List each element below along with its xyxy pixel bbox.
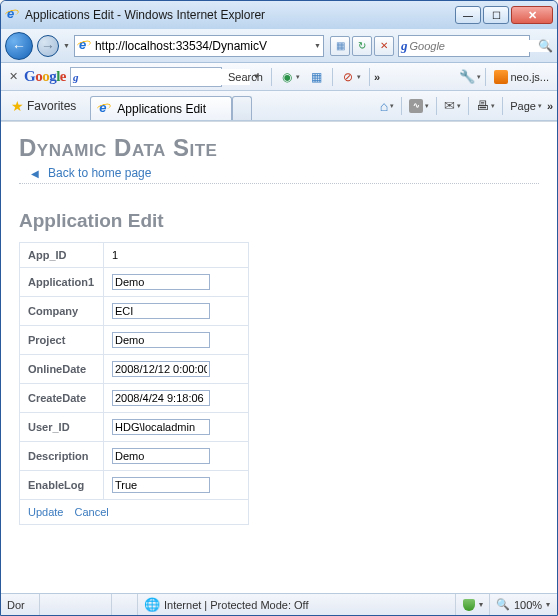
- google-search-field[interactable]: g ▼: [70, 67, 222, 87]
- field-input[interactable]: [112, 448, 210, 464]
- field-label: Description: [20, 442, 104, 471]
- form-row: User_ID: [20, 413, 249, 442]
- ie-icon: e: [77, 38, 93, 54]
- address-bar[interactable]: e ▼: [74, 35, 324, 57]
- print-icon: 🖶: [476, 98, 489, 113]
- stop-button[interactable]: ✕: [374, 36, 394, 56]
- neo-icon: [494, 70, 508, 84]
- form-row: App_ID1: [20, 243, 249, 268]
- neo-button[interactable]: neo.js...: [490, 67, 553, 87]
- toolbar-btn-3[interactable]: ⊘▾: [337, 67, 365, 87]
- home-button[interactable]: ⌂▾: [377, 95, 397, 117]
- form-row: OnlineDate: [20, 355, 249, 384]
- address-input[interactable]: [93, 37, 314, 55]
- zoom-control[interactable]: 🔍 100% ▾: [489, 594, 557, 615]
- update-link[interactable]: Update: [28, 506, 63, 518]
- google-logo[interactable]: Google: [24, 68, 66, 85]
- new-tab-button[interactable]: [232, 96, 252, 120]
- field-cell: [104, 384, 249, 413]
- status-shield[interactable]: ▾: [455, 594, 489, 615]
- google-toolbar: ✕ Google g ▼ Search ◉▾ ▦ ⊘▾ » 🔧▾ neo.js.…: [1, 63, 557, 91]
- compat-button[interactable]: ▦: [330, 36, 350, 56]
- feeds-button[interactable]: ∿▾: [406, 95, 432, 117]
- field-label: Application1: [20, 268, 104, 297]
- search-button[interactable]: Search: [224, 67, 267, 87]
- titlebar: e Applications Edit - Windows Internet E…: [1, 1, 557, 29]
- form-row: CreateDate: [20, 384, 249, 413]
- field-input[interactable]: [112, 332, 210, 348]
- refresh-button[interactable]: ↻: [352, 36, 372, 56]
- field-cell: [104, 471, 249, 500]
- form-row: Company: [20, 297, 249, 326]
- breadcrumb-arrow-icon: ◀: [31, 168, 39, 179]
- settings-icon[interactable]: 🔧: [459, 69, 475, 84]
- status-bar: Dor 🌐 Internet | Protected Mode: Off ▾ 🔍…: [1, 593, 557, 615]
- home-icon: ⌂: [380, 98, 388, 114]
- toolbar-btn-2[interactable]: ▦: [306, 67, 328, 87]
- field-label: User_ID: [20, 413, 104, 442]
- cmdbar-overflow[interactable]: »: [547, 100, 553, 112]
- ie-icon: e: [5, 7, 21, 23]
- field-label: Company: [20, 297, 104, 326]
- status-pane-2: [111, 594, 137, 615]
- mail-button[interactable]: ✉▾: [441, 95, 464, 117]
- field-cell: 1: [104, 243, 249, 268]
- tab-active[interactable]: e Applications Edit: [90, 96, 232, 120]
- form-row: Application1: [20, 268, 249, 297]
- field-label: OnlineDate: [20, 355, 104, 384]
- rss-icon: ∿: [409, 99, 423, 113]
- status-zone[interactable]: 🌐 Internet | Protected Mode: Off: [137, 594, 455, 615]
- field-cell: [104, 326, 249, 355]
- breadcrumb-home-link[interactable]: Back to home page: [48, 166, 151, 180]
- page-heading: Application Edit: [19, 210, 539, 232]
- field-label: App_ID: [20, 243, 104, 268]
- google-icon: g: [71, 71, 81, 83]
- field-input[interactable]: [112, 419, 210, 435]
- search-box[interactable]: g: [398, 35, 530, 57]
- toolbar-close-icon[interactable]: ✕: [5, 70, 22, 83]
- close-button[interactable]: ✕: [511, 6, 553, 24]
- print-button[interactable]: 🖶▾: [473, 95, 498, 117]
- search-button[interactable]: 🔍: [538, 39, 553, 53]
- field-cell: [104, 297, 249, 326]
- field-label: CreateDate: [20, 384, 104, 413]
- search-input[interactable]: [410, 40, 549, 52]
- form-row: Description: [20, 442, 249, 471]
- field-input[interactable]: [112, 274, 210, 290]
- toolbar-overflow[interactable]: »: [374, 71, 380, 83]
- form-row: EnableLog: [20, 471, 249, 500]
- ie-icon: e: [97, 101, 113, 117]
- favorites-button[interactable]: ★ Favorites: [5, 96, 82, 116]
- window-title: Applications Edit - Windows Internet Exp…: [25, 8, 455, 22]
- field-cell: [104, 413, 249, 442]
- address-dropdown[interactable]: ▼: [314, 42, 321, 49]
- form-row: Project: [20, 326, 249, 355]
- page-menu[interactable]: Page▾: [507, 95, 545, 117]
- edit-form-table: App_ID1Application1CompanyProjectOnlineD…: [19, 242, 249, 525]
- command-bar: ★ Favorites e Applications Edit ⌂▾ ∿▾ ✉▾…: [1, 91, 557, 121]
- protected-mode-label: Internet | Protected Mode: Off: [164, 599, 309, 611]
- field-label: EnableLog: [20, 471, 104, 500]
- zoom-value: 100%: [514, 599, 542, 611]
- field-input[interactable]: [112, 477, 210, 493]
- field-input[interactable]: [112, 303, 210, 319]
- nav-history-dropdown[interactable]: ▼: [63, 42, 70, 49]
- field-cell: [104, 268, 249, 297]
- tab-title: Applications Edit: [117, 102, 206, 116]
- minimize-button[interactable]: —: [455, 6, 481, 24]
- favorites-label: Favorites: [27, 99, 76, 113]
- field-label: Project: [20, 326, 104, 355]
- field-input[interactable]: [112, 361, 210, 377]
- field-input[interactable]: [112, 390, 210, 406]
- toolbar-btn-1[interactable]: ◉▾: [276, 67, 304, 87]
- breadcrumb: ◀ Back to home page: [19, 166, 539, 184]
- cancel-link[interactable]: Cancel: [75, 506, 109, 518]
- back-button[interactable]: ←: [5, 32, 33, 60]
- maximize-button[interactable]: ☐: [483, 6, 509, 24]
- star-icon: ★: [11, 98, 24, 114]
- site-title: Dynamic Data Site: [19, 134, 539, 162]
- page-content: Dynamic Data Site ◀ Back to home page Ap…: [1, 121, 557, 593]
- forward-button[interactable]: →: [37, 35, 59, 57]
- status-left: Dor: [1, 594, 39, 615]
- status-pane-1: [39, 594, 111, 615]
